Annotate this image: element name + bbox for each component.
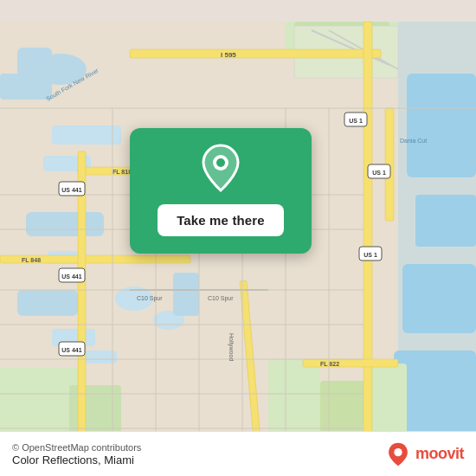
place-label: Color Reflections, Miami [12,453,141,466]
svg-rect-4 [52,125,121,145]
action-card: Take me there [130,128,312,254]
svg-rect-10 [82,351,117,363]
moovit-icon [386,442,410,466]
bottom-bar: © OpenStreetMap contributors Color Refle… [0,431,476,476]
moovit-logo: moovit [386,442,464,466]
svg-rect-13 [173,273,199,316]
take-me-there-button[interactable]: Take me there [158,204,284,236]
map-attribution: © OpenStreetMap contributors [12,442,141,453]
svg-point-75 [394,448,402,456]
map-container: I 595 FL 818 FL 848 FL 822 [0,0,476,476]
svg-text:US 1: US 1 [349,118,363,124]
svg-text:US 441: US 441 [61,187,81,193]
svg-text:Hollywood: Hollywood [228,333,235,361]
svg-rect-16 [415,195,476,247]
svg-text:US 1: US 1 [372,170,386,176]
svg-rect-6 [26,212,104,236]
svg-rect-39 [303,359,398,367]
svg-rect-37 [78,151,86,454]
svg-text:FL 818: FL 818 [113,169,132,175]
svg-text:US 1: US 1 [363,252,377,258]
svg-text:US 441: US 441 [61,347,81,353]
svg-text:FL 848: FL 848 [22,257,41,263]
svg-text:FL 822: FL 822 [320,361,339,367]
svg-point-74 [216,158,225,167]
svg-rect-31 [363,22,372,454]
svg-text:C10 Spur: C10 Spur [137,295,163,302]
svg-text:Dania Cut: Dania Cut [400,138,427,144]
svg-text:C10 Spur: C10 Spur [208,295,234,302]
svg-text:US 441: US 441 [61,273,81,280]
svg-rect-29 [130,49,381,58]
svg-rect-17 [402,264,476,333]
location-pin-icon [196,144,245,192]
svg-rect-15 [407,74,476,177]
svg-text:I 595: I 595 [221,51,236,59]
svg-rect-8 [17,290,78,316]
moovit-text: moovit [415,445,464,463]
